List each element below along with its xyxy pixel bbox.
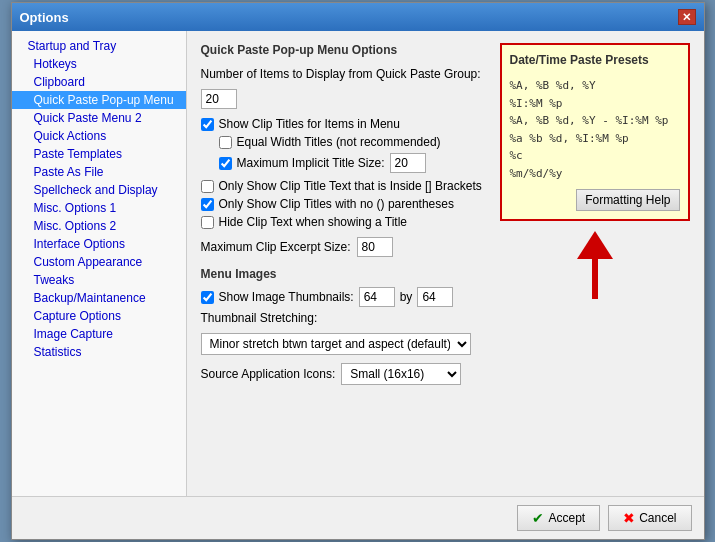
- presets-content: %A, %B %d, %Y%I:%M %p%A, %B %d, %Y - %I:…: [510, 77, 680, 183]
- num-items-row: Number of Items to Display from Quick Pa…: [201, 67, 490, 81]
- cancel-button[interactable]: ✖ Cancel: [608, 505, 691, 531]
- source-app-select[interactable]: Small (16x16)Large (32x32)None: [341, 363, 461, 385]
- max-excerpt-input[interactable]: [357, 237, 393, 257]
- menu-images-label: Menu Images: [201, 267, 490, 281]
- sidebar-item[interactable]: Capture Options: [12, 307, 186, 325]
- thumb-height-input[interactable]: [417, 287, 453, 307]
- sidebar-item[interactable]: Interface Options: [12, 235, 186, 253]
- sidebar-item[interactable]: Spellcheck and Display: [12, 181, 186, 199]
- equal-width-row: Equal Width Titles (not recommended): [219, 135, 490, 149]
- arrow-indicator: [500, 231, 690, 299]
- only-no-parens-row: Only Show Clip Titles with no () parenth…: [201, 197, 490, 211]
- window-title: Options: [20, 10, 69, 25]
- sidebar-item[interactable]: Paste As File: [12, 163, 186, 181]
- source-app-label: Source Application Icons:: [201, 367, 336, 381]
- hide-clip-text-row: Hide Clip Text when showing a Title: [201, 215, 490, 229]
- show-clip-titles-label: Show Clip Titles for Items in Menu: [219, 117, 400, 131]
- sidebar-item[interactable]: Image Capture: [12, 325, 186, 343]
- max-implicit-label: Maximum Implicit Title Size:: [237, 156, 385, 170]
- titlebar: Options ✕: [12, 3, 704, 31]
- num-items-label: Number of Items to Display from Quick Pa…: [201, 67, 481, 81]
- presets-title: Date/Time Paste Presets: [510, 53, 680, 67]
- sidebar-item[interactable]: Paste Templates: [12, 145, 186, 163]
- content-area: Startup and TrayHotkeysClipboardQuick Pa…: [12, 31, 704, 496]
- close-button[interactable]: ✕: [678, 9, 696, 25]
- only-brackets-label: Only Show Clip Title Text that is Inside…: [219, 179, 482, 193]
- arrow-line: [592, 259, 598, 299]
- arrow-up-icon: [577, 231, 613, 259]
- accept-label: Accept: [548, 511, 585, 525]
- sidebar-item[interactable]: Startup and Tray: [12, 37, 186, 55]
- sidebar-item[interactable]: Misc. Options 2: [12, 217, 186, 235]
- only-no-parens-label: Only Show Clip Titles with no () parenth…: [219, 197, 454, 211]
- section-title: Quick Paste Pop-up Menu Options: [201, 43, 490, 57]
- sidebar-item[interactable]: Custom Appearance: [12, 253, 186, 271]
- max-implicit-checkbox[interactable]: [219, 157, 232, 170]
- max-excerpt-label: Maximum Clip Excerpt Size:: [201, 240, 351, 254]
- thumb-by-label: by: [400, 290, 413, 304]
- only-no-parens-checkbox[interactable]: [201, 198, 214, 211]
- show-thumbnails-row: Show Image Thumbnails: by: [201, 287, 490, 307]
- sidebar-item[interactable]: Quick Paste Pop-up Menu: [12, 91, 186, 109]
- sidebar-item[interactable]: Hotkeys: [12, 55, 186, 73]
- sidebar-item[interactable]: Statistics: [12, 343, 186, 361]
- hide-clip-text-label: Hide Clip Text when showing a Title: [219, 215, 408, 229]
- sidebar-item[interactable]: Tweaks: [12, 271, 186, 289]
- options-window: Options ✕ Startup and TrayHotkeysClipboa…: [11, 2, 705, 540]
- sidebar-item[interactable]: Backup/Maintanence: [12, 289, 186, 307]
- hide-clip-text-checkbox[interactable]: [201, 216, 214, 229]
- accept-icon: ✔: [532, 510, 544, 526]
- only-brackets-checkbox[interactable]: [201, 180, 214, 193]
- show-thumbnails-label: Show Image Thumbnails:: [219, 290, 354, 304]
- max-excerpt-row: Maximum Clip Excerpt Size:: [201, 237, 490, 257]
- accept-button[interactable]: ✔ Accept: [517, 505, 600, 531]
- sidebar-item[interactable]: Misc. Options 1: [12, 199, 186, 217]
- show-clip-titles-row: Show Clip Titles for Items in Menu: [201, 117, 490, 131]
- only-brackets-row: Only Show Clip Title Text that is Inside…: [201, 179, 490, 193]
- thumb-stretch-label: Thumbnail Stretching:: [201, 311, 318, 325]
- num-items-input-row: [201, 89, 490, 109]
- left-options: Quick Paste Pop-up Menu Options Number o…: [201, 43, 490, 484]
- thumb-stretch-select[interactable]: Minor stretch btwn target and aspect (de…: [201, 333, 471, 355]
- footer: ✔ Accept ✖ Cancel: [12, 496, 704, 539]
- sidebar-item[interactable]: Quick Paste Menu 2: [12, 109, 186, 127]
- thumb-width-input[interactable]: [359, 287, 395, 307]
- sidebar-item[interactable]: Clipboard: [12, 73, 186, 91]
- equal-width-checkbox[interactable]: [219, 136, 232, 149]
- format-help-button[interactable]: Formatting Help: [576, 189, 679, 211]
- presets-panel: Date/Time Paste Presets %A, %B %d, %Y%I:…: [500, 43, 690, 221]
- thumb-stretch-row: Thumbnail Stretching:: [201, 311, 490, 325]
- max-implicit-input[interactable]: [390, 153, 426, 173]
- source-app-row: Source Application Icons: Small (16x16)L…: [201, 363, 490, 385]
- cancel-label: Cancel: [639, 511, 676, 525]
- equal-width-label: Equal Width Titles (not recommended): [237, 135, 441, 149]
- sidebar-item[interactable]: Quick Actions: [12, 127, 186, 145]
- show-clip-titles-checkbox[interactable]: [201, 118, 214, 131]
- main-panel: Quick Paste Pop-up Menu Options Number o…: [187, 31, 704, 496]
- show-thumbnails-checkbox[interactable]: [201, 291, 214, 304]
- sidebar: Startup and TrayHotkeysClipboardQuick Pa…: [12, 31, 187, 496]
- cancel-icon: ✖: [623, 510, 635, 526]
- num-items-input[interactable]: [201, 89, 237, 109]
- max-implicit-row: Maximum Implicit Title Size:: [219, 153, 490, 173]
